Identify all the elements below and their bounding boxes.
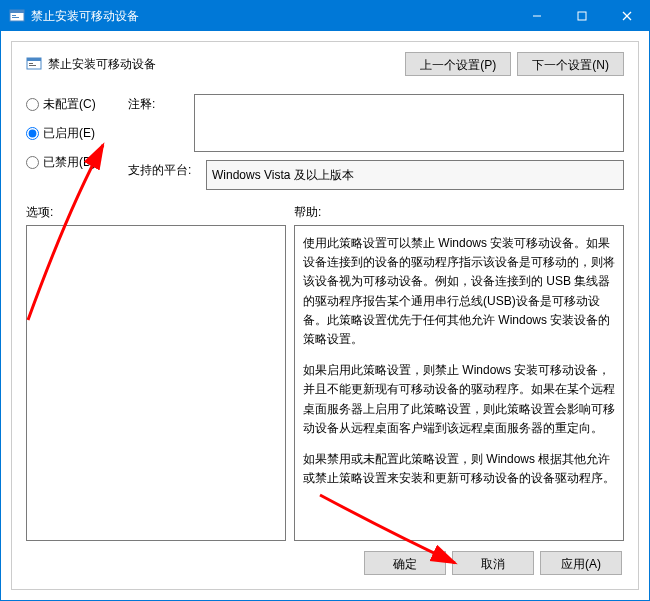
ok-button[interactable]: 确定 (364, 551, 446, 575)
panel-title: 禁止安装可移动设备 (48, 56, 405, 73)
platform-row: 支持的平台: Windows Vista 及以上版本 (128, 160, 624, 190)
svg-rect-3 (12, 17, 19, 18)
options-box[interactable] (26, 225, 286, 541)
policy-icon (26, 56, 42, 72)
platform-label: 支持的平台: (128, 160, 200, 179)
radio-disabled-label: 已禁用(D) (43, 154, 96, 171)
fields-area: 注释: 支持的平台: Windows Vista 及以上版本 (128, 94, 624, 190)
dialog-window: 禁止安装可移动设备 禁止安装可移动设备 上一个设置(P) 下一个设置(N) (0, 0, 650, 601)
window-controls (514, 1, 649, 31)
section-labels: 选项: 帮助: (26, 204, 624, 221)
radio-enabled[interactable]: 已启用(E) (26, 125, 118, 142)
radio-disabled-input[interactable] (26, 156, 39, 169)
close-button[interactable] (604, 1, 649, 31)
apply-button[interactable]: 应用(A) (540, 551, 622, 575)
radio-not-configured[interactable]: 未配置(C) (26, 96, 118, 113)
title-text: 禁止安装可移动设备 (31, 8, 514, 25)
state-radio-group: 未配置(C) 已启用(E) 已禁用(D) (26, 94, 118, 190)
panel-header: 禁止安装可移动设备 上一个设置(P) 下一个设置(N) (26, 52, 624, 76)
svg-rect-1 (10, 10, 24, 13)
svg-rect-10 (29, 63, 33, 64)
next-setting-button[interactable]: 下一个设置(N) (517, 52, 624, 76)
comment-label: 注释: (128, 94, 188, 113)
footer-buttons: 确定 取消 应用(A) (26, 541, 624, 575)
platform-value: Windows Vista 及以上版本 (206, 160, 624, 190)
cancel-button[interactable]: 取消 (452, 551, 534, 575)
help-label: 帮助: (294, 204, 321, 221)
maximize-button[interactable] (559, 1, 604, 31)
title-bar[interactable]: 禁止安装可移动设备 (1, 1, 649, 31)
svg-rect-5 (578, 12, 586, 20)
svg-rect-11 (29, 65, 36, 66)
svg-rect-2 (12, 15, 16, 16)
radio-enabled-input[interactable] (26, 127, 39, 140)
app-icon (9, 8, 25, 24)
radio-not-configured-label: 未配置(C) (43, 96, 96, 113)
help-box[interactable]: 使用此策略设置可以禁止 Windows 安装可移动设备。如果设备连接到的设备的驱… (294, 225, 624, 541)
radio-disabled[interactable]: 已禁用(D) (26, 154, 118, 171)
help-paragraph-3: 如果禁用或未配置此策略设置，则 Windows 根据其他允许或禁止策略设置来安装… (303, 450, 615, 488)
comment-input[interactable] (194, 94, 624, 152)
dialog-body: 禁止安装可移动设备 上一个设置(P) 下一个设置(N) 未配置(C) 已启用(E… (1, 31, 649, 600)
config-area: 未配置(C) 已启用(E) 已禁用(D) 注释: (26, 94, 624, 190)
radio-not-configured-input[interactable] (26, 98, 39, 111)
options-label: 选项: (26, 204, 294, 221)
comment-row: 注释: (128, 94, 624, 152)
radio-enabled-label: 已启用(E) (43, 125, 95, 142)
main-panel: 禁止安装可移动设备 上一个设置(P) 下一个设置(N) 未配置(C) 已启用(E… (11, 41, 639, 590)
help-paragraph-1: 使用此策略设置可以禁止 Windows 安装可移动设备。如果设备连接到的设备的驱… (303, 234, 615, 349)
minimize-button[interactable] (514, 1, 559, 31)
prev-setting-button[interactable]: 上一个设置(P) (405, 52, 511, 76)
help-paragraph-2: 如果启用此策略设置，则禁止 Windows 安装可移动设备，并且不能更新现有可移… (303, 361, 615, 438)
lower-area: 使用此策略设置可以禁止 Windows 安装可移动设备。如果设备连接到的设备的驱… (26, 225, 624, 541)
svg-rect-9 (27, 58, 41, 61)
